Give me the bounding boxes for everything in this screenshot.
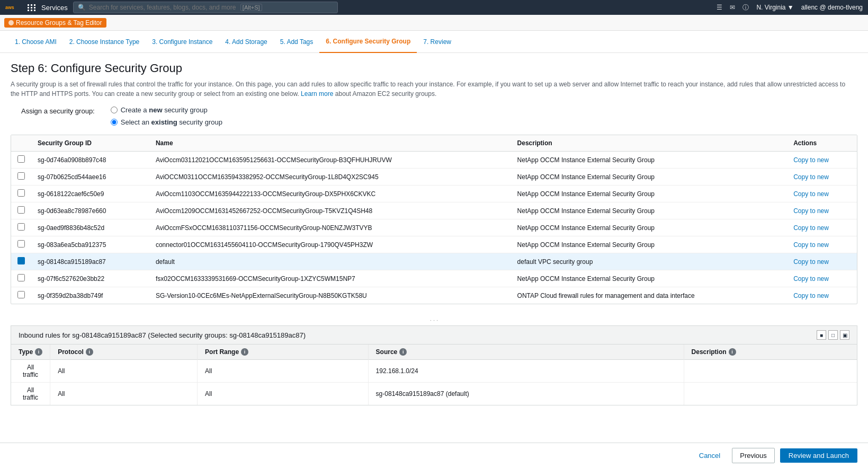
sg-action-cell[interactable]: Copy to new <box>787 253 857 270</box>
main-content: Step 6: Configure Security Group A secur… <box>0 53 868 414</box>
create-new-radio[interactable] <box>111 107 118 113</box>
search-input[interactable] <box>89 4 237 11</box>
inbound-protocol-cell: All <box>50 360 198 383</box>
view-icon-1[interactable]: ■ <box>817 330 826 340</box>
view-icons: ■ □ ▣ <box>817 330 849 340</box>
row-checkbox[interactable] <box>17 223 25 231</box>
table-row[interactable]: sg-0d746a0908b897c48AviOccm03112021OCCM1… <box>11 152 857 169</box>
step-7[interactable]: 7. Review <box>417 31 458 53</box>
inbound-rules-header-row: Type i Protocol i Port R <box>11 345 857 360</box>
user-menu[interactable]: allenc @ demo-tlveng <box>801 4 863 11</box>
radio-options: Create a new security group Select an ex… <box>111 106 222 126</box>
inbound-rules-table: Type i Protocol i Port R <box>11 345 857 405</box>
inbound-type-cell: All traffic <box>11 360 50 383</box>
sg-id-cell: sg-07f6c527620e3bb22 <box>31 270 149 287</box>
table-row[interactable]: sg-07f6c527620e3bb22fsx02OCCM16333395316… <box>11 270 857 287</box>
bell-icon[interactable]: ✉ <box>730 4 735 11</box>
table-row[interactable]: sg-07b0625cd544aee16AviOCCM0311OCCM16359… <box>11 169 857 186</box>
view-icon-3[interactable]: ▣ <box>840 330 849 340</box>
row-checkbox[interactable] <box>17 189 25 197</box>
copy-to-new-link[interactable]: Copy to new <box>793 241 829 249</box>
copy-to-new-link[interactable]: Copy to new <box>793 207 829 215</box>
sg-name-cell: AviOCCM0311OCCM1635943382952-OCCMSecurit… <box>149 169 511 186</box>
source-info-icon[interactable]: i <box>399 348 407 356</box>
resource-groups-tag[interactable]: Resource Groups & Tag Editor <box>4 18 106 28</box>
create-new-radio-label[interactable]: Create a new security group <box>111 106 222 114</box>
region-selector[interactable]: N. Virginia ▼ <box>756 4 793 11</box>
grid-menu-icon[interactable] <box>28 4 36 11</box>
aws-logo[interactable]: aws <box>5 2 22 13</box>
step-5[interactable]: 5. Add Tags <box>274 31 320 53</box>
services-menu[interactable]: Services <box>41 4 68 12</box>
copy-to-new-link[interactable]: Copy to new <box>793 275 829 282</box>
assign-label: Assign a security group: <box>21 106 95 115</box>
sg-action-cell[interactable]: Copy to new <box>787 152 857 169</box>
description-info-icon[interactable]: i <box>729 348 736 356</box>
sg-table-body: sg-0d746a0908b897c48AviOccm03112021OCCM1… <box>11 152 857 304</box>
inbound-col-protocol: Protocol i <box>50 345 198 360</box>
inbound-rules-header: Inbound rules for sg-08148ca915189ac87 (… <box>11 325 857 344</box>
protocol-info-icon[interactable]: i <box>86 348 93 356</box>
row-checkbox[interactable] <box>17 155 25 163</box>
table-row[interactable]: sg-0618122caef6c50e9AviOccm1103OCCM16359… <box>11 186 857 202</box>
inbound-rule-row: All trafficAllAll192.168.1.0/24 <box>11 360 857 383</box>
copy-to-new-link[interactable]: Copy to new <box>793 292 829 299</box>
sg-id-cell: sg-0618122caef6c50e9 <box>31 186 149 202</box>
table-row[interactable]: sg-08148ca915189ac87defaultdefault VPC s… <box>11 253 857 270</box>
step-4[interactable]: 4. Add Storage <box>219 31 273 53</box>
inbound-source-cell: sg-08148ca915189ac87 (default) <box>368 383 684 405</box>
svg-text:aws: aws <box>5 5 14 10</box>
inbound-col-port: Port Range i <box>198 345 369 360</box>
row-checkbox[interactable] <box>17 240 25 248</box>
sg-action-cell[interactable]: Copy to new <box>787 236 857 253</box>
sg-action-cell[interactable]: Copy to new <box>787 287 857 304</box>
sg-action-cell[interactable]: Copy to new <box>787 219 857 236</box>
notifications-icon[interactable]: ☰ <box>717 4 722 11</box>
inbound-rules-table-container: Type i Protocol i Port R <box>11 344 857 405</box>
sg-col-id: Security Group ID <box>31 135 149 152</box>
page-title: Step 6: Configure Security Group <box>11 61 857 75</box>
copy-to-new-link[interactable]: Copy to new <box>793 258 829 266</box>
sg-action-cell[interactable]: Copy to new <box>787 186 857 202</box>
type-info-icon[interactable]: i <box>35 348 42 356</box>
inbound-col-source: Source i <box>368 345 684 360</box>
sg-action-cell[interactable]: Copy to new <box>787 202 857 219</box>
sg-description-cell: NetApp OCCM Instance External Security G… <box>511 186 788 202</box>
table-row[interactable]: sg-0f359d2ba38db749fSG-Version10-0CEc6ME… <box>11 287 857 304</box>
inbound-description-cell <box>684 360 857 383</box>
step-1[interactable]: 1. Choose AMI <box>8 31 63 53</box>
row-checkbox[interactable] <box>17 206 25 214</box>
sg-action-cell[interactable]: Copy to new <box>787 270 857 287</box>
step-3[interactable]: 3. Configure Instance <box>146 31 219 53</box>
row-checkbox[interactable] <box>17 274 25 281</box>
select-existing-radio-label[interactable]: Select an existing security group <box>111 118 222 126</box>
sg-description-cell: NetApp OCCM Instance External Security G… <box>511 169 788 186</box>
sg-description-cell: NetApp OCCM Instance External Security G… <box>511 219 788 236</box>
help-icon[interactable]: ⓘ <box>742 3 749 12</box>
row-checkbox[interactable] <box>17 172 25 180</box>
sg-action-cell[interactable]: Copy to new <box>787 169 857 186</box>
inbound-col-type: Type i <box>11 345 50 360</box>
copy-to-new-link[interactable]: Copy to new <box>793 224 829 232</box>
table-row[interactable]: sg-0d63ea8c78987e660AviOccm1209OCCM16314… <box>11 202 857 219</box>
step-2[interactable]: 2. Choose Instance Type <box>63 31 146 53</box>
step-6[interactable]: 6. Configure Security Group <box>319 31 417 53</box>
table-row[interactable]: sg-083a6ea5cba912375connector01OCCM16314… <box>11 236 857 253</box>
copy-to-new-link[interactable]: Copy to new <box>793 190 829 198</box>
search-bar[interactable]: 🔍 [Alt+S] <box>73 2 338 13</box>
row-checkbox[interactable] <box>17 291 25 298</box>
copy-to-new-link[interactable]: Copy to new <box>793 156 829 164</box>
learn-more-link[interactable]: Learn more <box>301 90 333 98</box>
view-icon-2[interactable]: □ <box>828 330 838 340</box>
copy-to-new-link[interactable]: Copy to new <box>793 173 829 181</box>
sg-col-description: Description <box>511 135 788 152</box>
select-existing-radio[interactable] <box>111 119 118 126</box>
sg-col-actions: Actions <box>787 135 857 152</box>
search-icon: 🔍 <box>78 4 86 11</box>
port-info-icon[interactable]: i <box>241 348 248 356</box>
sg-name-cell: AviOccmFSxOCCM1638110371156-OCCMSecurity… <box>149 219 511 236</box>
resize-divider[interactable]: · · · <box>11 315 857 325</box>
table-row[interactable]: sg-0aed9f8836b48c52dAviOccmFSxOCCM163811… <box>11 219 857 236</box>
row-checkbox-checked[interactable] <box>17 257 25 264</box>
sg-description-cell: default VPC security group <box>511 253 788 270</box>
